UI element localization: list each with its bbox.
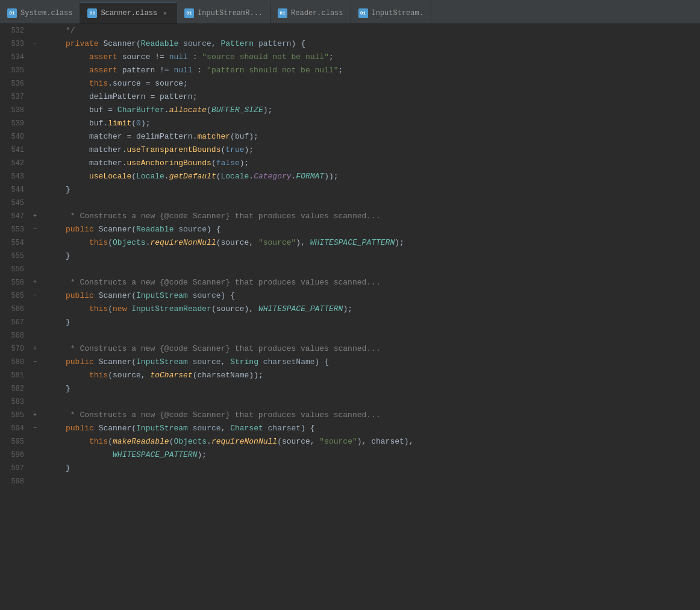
code-content: * Constructs a new {@code Scanner} that … <box>40 342 700 356</box>
line-number: 538 <box>0 104 30 117</box>
code-content: private Scanner(Readable source, Pattern… <box>40 37 700 51</box>
table-row: 542 matcher.useAnchoringBounds(false); <box>0 157 700 170</box>
tab-icon-reader: 01 <box>278 8 287 18</box>
code-content: useLocale(Locale.getDefault(Locale.Categ… <box>40 170 700 183</box>
tab-inputstream[interactable]: 01 InputStream. <box>351 2 431 24</box>
line-number: 598 <box>0 475 30 488</box>
table-row: 581 this(source, toCharset(charsetName))… <box>0 369 700 382</box>
code-container: 532 */ 533 − private Scanner(Readable so… <box>0 24 700 610</box>
code-content: } <box>40 462 700 475</box>
table-row: 567 } <box>0 316 700 329</box>
table-row: 554 this(Objects.requireNonNull(source, … <box>0 236 700 250</box>
tab-icon-system: 01 <box>7 8 17 18</box>
line-number: 540 <box>0 130 30 143</box>
tab-system[interactable]: 01 System.class <box>0 2 80 24</box>
code-content: this(Objects.requireNonNull(source, "sou… <box>40 236 700 250</box>
table-row: 556 <box>0 263 700 276</box>
code-content: matcher.useAnchoringBounds(false); <box>40 157 700 170</box>
fold-icon[interactable]: − <box>30 422 40 435</box>
fold-icon[interactable]: − <box>30 223 40 236</box>
tab-icon-scanner: 01 <box>87 8 97 18</box>
table-row: 594 − public Scanner(InputStream source,… <box>0 422 700 435</box>
code-content: matcher = delimPattern.matcher(buf); <box>40 130 700 143</box>
fold-icon[interactable]: + <box>30 342 40 356</box>
line-number: 539 <box>0 117 30 130</box>
table-row: 532 */ <box>0 24 700 37</box>
fold-icon[interactable]: − <box>30 356 40 369</box>
table-row: 545 <box>0 197 700 210</box>
table-row: 547 + * Constructs a new {@code Scanner}… <box>0 210 700 223</box>
tab-label-scanner: Scanner.class <box>101 9 157 17</box>
table-row: 553 − public Scanner(Readable source) { <box>0 223 700 236</box>
table-row: 534 assert source != null : "source shou… <box>0 51 700 64</box>
tab-icon-inputstream: 01 <box>358 8 368 18</box>
fold-icon[interactable]: + <box>30 276 40 289</box>
code-content: this(source, toCharset(charsetName)); <box>40 369 700 382</box>
line-number: 567 <box>0 316 30 329</box>
tab-label-inputstream: InputStream. <box>372 9 423 17</box>
table-row: 539 buf.limit(0); <box>0 117 700 130</box>
line-number: 556 <box>0 263 30 276</box>
table-row: 537 delimPattern = pattern; <box>0 90 700 104</box>
code-content: } <box>40 316 700 329</box>
table-row: 533 − private Scanner(Readable source, P… <box>0 37 700 51</box>
code-content: delimPattern = pattern; <box>40 90 700 104</box>
table-row: 583 <box>0 395 700 409</box>
table-row: 596 WHITESPACE_PATTERN); <box>0 448 700 462</box>
table-row: 566 this(new InputStreamReader(source), … <box>0 303 700 316</box>
code-content: } <box>40 382 700 395</box>
table-row: 558 + * Constructs a new {@code Scanner}… <box>0 276 700 289</box>
code-content: assert pattern != null : "pattern should… <box>40 64 700 77</box>
fold-icon[interactable]: − <box>30 289 40 303</box>
table-row: 541 matcher.useTransparentBounds(true); <box>0 143 700 157</box>
code-content: this(makeReadable(Objects.requireNonNull… <box>40 435 700 448</box>
line-number: 595 <box>0 435 30 448</box>
code-content: public Scanner(Readable source) { <box>40 223 700 236</box>
line-number: 535 <box>0 64 30 77</box>
table-row: 555 } <box>0 250 700 263</box>
table-row: 544 } <box>0 183 700 197</box>
code-content: public Scanner(InputStream source, Strin… <box>40 356 700 369</box>
tab-close-scanner[interactable]: ✕ <box>161 9 169 17</box>
table-row: 538 buf = CharBuffer.allocate(BUFFER_SIZ… <box>0 104 700 117</box>
tab-scanner[interactable]: 01 Scanner.class ✕ <box>80 2 177 24</box>
line-number: 558 <box>0 276 30 289</box>
tab-inputstreamr[interactable]: 01 InputStreamR... <box>177 2 270 24</box>
tab-reader[interactable]: 01 Reader.class <box>270 2 351 24</box>
line-number: 581 <box>0 369 30 382</box>
code-content: assert source != null : "source should n… <box>40 51 700 64</box>
table-row: 568 <box>0 329 700 342</box>
line-number: 545 <box>0 197 30 210</box>
tab-label-inputstreamr: InputStreamR... <box>198 9 263 17</box>
line-number: 554 <box>0 236 30 250</box>
tab-bar: 01 System.class 01 Scanner.class ✕ 01 In… <box>0 0 700 24</box>
line-number: 570 <box>0 342 30 356</box>
fold-icon[interactable]: − <box>30 37 40 51</box>
line-number: 547 <box>0 210 30 223</box>
fold-icon[interactable]: + <box>30 409 40 422</box>
table-row: 598 <box>0 475 700 488</box>
table-row: 597 } <box>0 462 700 475</box>
code-content: matcher.useTransparentBounds(true); <box>40 143 700 157</box>
line-number: 594 <box>0 422 30 435</box>
line-number: 542 <box>0 157 30 170</box>
line-number: 580 <box>0 356 30 369</box>
line-number: 555 <box>0 250 30 263</box>
code-content: WHITESPACE_PATTERN); <box>40 448 700 462</box>
tab-label-reader: Reader.class <box>291 9 343 17</box>
code-content: } <box>40 183 700 197</box>
line-number: 543 <box>0 170 30 183</box>
code-content: * Constructs a new {@code Scanner} that … <box>40 276 700 289</box>
table-row: 585 + * Constructs a new {@code Scanner}… <box>0 409 700 422</box>
line-number: 597 <box>0 462 30 475</box>
line-number: 544 <box>0 183 30 197</box>
code-content: this(new InputStreamReader(source), WHIT… <box>40 303 700 316</box>
line-number: 541 <box>0 143 30 157</box>
table-row: 580 − public Scanner(InputStream source,… <box>0 356 700 369</box>
table-row: 582 } <box>0 382 700 395</box>
code-content: this.source = source; <box>40 77 700 90</box>
code-content: */ <box>40 24 700 37</box>
line-number: 533 <box>0 37 30 51</box>
fold-icon[interactable]: + <box>30 210 40 223</box>
table-row: 540 matcher = delimPattern.matcher(buf); <box>0 130 700 143</box>
